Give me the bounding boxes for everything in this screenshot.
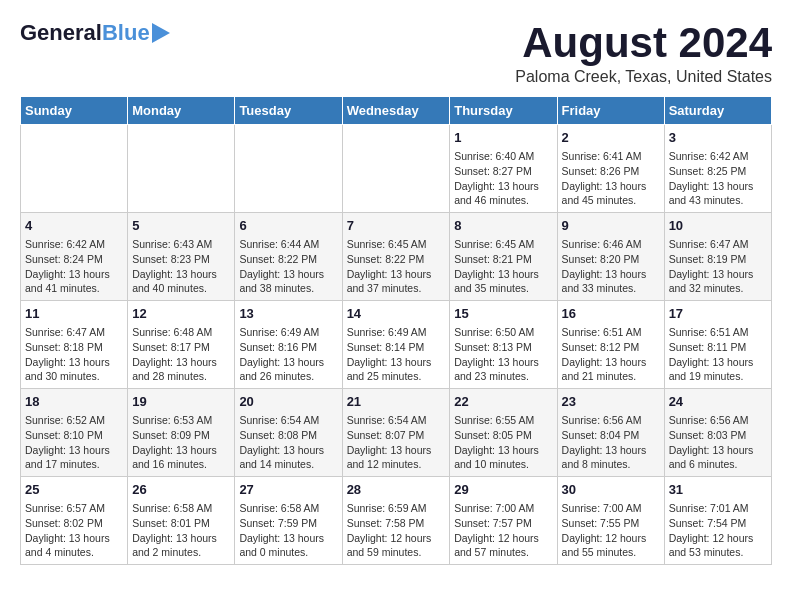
calendar-day-cell: 23Sunrise: 6:56 AM Sunset: 8:04 PM Dayli… bbox=[557, 389, 664, 477]
calendar-day-cell: 17Sunrise: 6:51 AM Sunset: 8:11 PM Dayli… bbox=[664, 301, 771, 389]
day-info: Sunrise: 6:43 AM Sunset: 8:23 PM Dayligh… bbox=[132, 237, 230, 296]
day-number: 7 bbox=[347, 217, 446, 235]
calendar-table: SundayMondayTuesdayWednesdayThursdayFrid… bbox=[20, 96, 772, 565]
day-number: 10 bbox=[669, 217, 767, 235]
day-info: Sunrise: 6:44 AM Sunset: 8:22 PM Dayligh… bbox=[239, 237, 337, 296]
calendar-day-cell: 1Sunrise: 6:40 AM Sunset: 8:27 PM Daylig… bbox=[450, 125, 557, 213]
calendar-week-row: 25Sunrise: 6:57 AM Sunset: 8:02 PM Dayli… bbox=[21, 476, 772, 564]
calendar-day-cell bbox=[342, 125, 450, 213]
day-number: 27 bbox=[239, 481, 337, 499]
weekday-header: Thursday bbox=[450, 97, 557, 125]
day-info: Sunrise: 7:01 AM Sunset: 7:54 PM Dayligh… bbox=[669, 501, 767, 560]
day-info: Sunrise: 6:58 AM Sunset: 7:59 PM Dayligh… bbox=[239, 501, 337, 560]
day-info: Sunrise: 6:58 AM Sunset: 8:01 PM Dayligh… bbox=[132, 501, 230, 560]
calendar-day-cell: 2Sunrise: 6:41 AM Sunset: 8:26 PM Daylig… bbox=[557, 125, 664, 213]
day-number: 24 bbox=[669, 393, 767, 411]
calendar-header-row: SundayMondayTuesdayWednesdayThursdayFrid… bbox=[21, 97, 772, 125]
day-info: Sunrise: 6:41 AM Sunset: 8:26 PM Dayligh… bbox=[562, 149, 660, 208]
calendar-day-cell: 8Sunrise: 6:45 AM Sunset: 8:21 PM Daylig… bbox=[450, 213, 557, 301]
weekday-header: Saturday bbox=[664, 97, 771, 125]
day-number: 5 bbox=[132, 217, 230, 235]
weekday-header: Sunday bbox=[21, 97, 128, 125]
day-number: 25 bbox=[25, 481, 123, 499]
calendar-day-cell: 20Sunrise: 6:54 AM Sunset: 8:08 PM Dayli… bbox=[235, 389, 342, 477]
calendar-day-cell: 26Sunrise: 6:58 AM Sunset: 8:01 PM Dayli… bbox=[128, 476, 235, 564]
day-info: Sunrise: 6:49 AM Sunset: 8:16 PM Dayligh… bbox=[239, 325, 337, 384]
calendar-day-cell: 11Sunrise: 6:47 AM Sunset: 8:18 PM Dayli… bbox=[21, 301, 128, 389]
day-number: 11 bbox=[25, 305, 123, 323]
day-number: 13 bbox=[239, 305, 337, 323]
title-area: August 2024 Paloma Creek, Texas, United … bbox=[515, 20, 772, 86]
day-number: 8 bbox=[454, 217, 552, 235]
calendar-day-cell: 12Sunrise: 6:48 AM Sunset: 8:17 PM Dayli… bbox=[128, 301, 235, 389]
day-number: 2 bbox=[562, 129, 660, 147]
calendar-day-cell bbox=[21, 125, 128, 213]
day-info: Sunrise: 6:47 AM Sunset: 8:18 PM Dayligh… bbox=[25, 325, 123, 384]
calendar-day-cell: 10Sunrise: 6:47 AM Sunset: 8:19 PM Dayli… bbox=[664, 213, 771, 301]
calendar-day-cell: 16Sunrise: 6:51 AM Sunset: 8:12 PM Dayli… bbox=[557, 301, 664, 389]
day-info: Sunrise: 6:55 AM Sunset: 8:05 PM Dayligh… bbox=[454, 413, 552, 472]
day-number: 17 bbox=[669, 305, 767, 323]
day-number: 16 bbox=[562, 305, 660, 323]
day-info: Sunrise: 6:54 AM Sunset: 8:08 PM Dayligh… bbox=[239, 413, 337, 472]
day-info: Sunrise: 6:53 AM Sunset: 8:09 PM Dayligh… bbox=[132, 413, 230, 472]
day-info: Sunrise: 6:56 AM Sunset: 8:04 PM Dayligh… bbox=[562, 413, 660, 472]
day-info: Sunrise: 6:52 AM Sunset: 8:10 PM Dayligh… bbox=[25, 413, 123, 472]
calendar-day-cell: 13Sunrise: 6:49 AM Sunset: 8:16 PM Dayli… bbox=[235, 301, 342, 389]
day-info: Sunrise: 6:45 AM Sunset: 8:21 PM Dayligh… bbox=[454, 237, 552, 296]
calendar-day-cell: 7Sunrise: 6:45 AM Sunset: 8:22 PM Daylig… bbox=[342, 213, 450, 301]
day-number: 20 bbox=[239, 393, 337, 411]
day-info: Sunrise: 7:00 AM Sunset: 7:57 PM Dayligh… bbox=[454, 501, 552, 560]
weekday-header: Friday bbox=[557, 97, 664, 125]
calendar-day-cell: 5Sunrise: 6:43 AM Sunset: 8:23 PM Daylig… bbox=[128, 213, 235, 301]
calendar-day-cell: 28Sunrise: 6:59 AM Sunset: 7:58 PM Dayli… bbox=[342, 476, 450, 564]
day-info: Sunrise: 6:57 AM Sunset: 8:02 PM Dayligh… bbox=[25, 501, 123, 560]
day-number: 12 bbox=[132, 305, 230, 323]
header: GeneralBlue August 2024 Paloma Creek, Te… bbox=[20, 20, 772, 86]
calendar-day-cell: 6Sunrise: 6:44 AM Sunset: 8:22 PM Daylig… bbox=[235, 213, 342, 301]
day-info: Sunrise: 6:50 AM Sunset: 8:13 PM Dayligh… bbox=[454, 325, 552, 384]
day-info: Sunrise: 7:00 AM Sunset: 7:55 PM Dayligh… bbox=[562, 501, 660, 560]
day-number: 29 bbox=[454, 481, 552, 499]
logo-arrow-icon bbox=[152, 23, 170, 43]
calendar-day-cell: 19Sunrise: 6:53 AM Sunset: 8:09 PM Dayli… bbox=[128, 389, 235, 477]
day-info: Sunrise: 6:47 AM Sunset: 8:19 PM Dayligh… bbox=[669, 237, 767, 296]
calendar-week-row: 4Sunrise: 6:42 AM Sunset: 8:24 PM Daylig… bbox=[21, 213, 772, 301]
day-info: Sunrise: 6:56 AM Sunset: 8:03 PM Dayligh… bbox=[669, 413, 767, 472]
day-number: 19 bbox=[132, 393, 230, 411]
calendar-day-cell: 14Sunrise: 6:49 AM Sunset: 8:14 PM Dayli… bbox=[342, 301, 450, 389]
day-number: 26 bbox=[132, 481, 230, 499]
weekday-header: Wednesday bbox=[342, 97, 450, 125]
calendar-day-cell bbox=[235, 125, 342, 213]
calendar-day-cell: 3Sunrise: 6:42 AM Sunset: 8:25 PM Daylig… bbox=[664, 125, 771, 213]
day-number: 23 bbox=[562, 393, 660, 411]
calendar-day-cell: 21Sunrise: 6:54 AM Sunset: 8:07 PM Dayli… bbox=[342, 389, 450, 477]
calendar-day-cell: 27Sunrise: 6:58 AM Sunset: 7:59 PM Dayli… bbox=[235, 476, 342, 564]
day-number: 30 bbox=[562, 481, 660, 499]
calendar-day-cell: 29Sunrise: 7:00 AM Sunset: 7:57 PM Dayli… bbox=[450, 476, 557, 564]
calendar-day-cell: 9Sunrise: 6:46 AM Sunset: 8:20 PM Daylig… bbox=[557, 213, 664, 301]
calendar-day-cell: 24Sunrise: 6:56 AM Sunset: 8:03 PM Dayli… bbox=[664, 389, 771, 477]
day-info: Sunrise: 6:59 AM Sunset: 7:58 PM Dayligh… bbox=[347, 501, 446, 560]
calendar-day-cell: 22Sunrise: 6:55 AM Sunset: 8:05 PM Dayli… bbox=[450, 389, 557, 477]
calendar-day-cell: 25Sunrise: 6:57 AM Sunset: 8:02 PM Dayli… bbox=[21, 476, 128, 564]
day-number: 4 bbox=[25, 217, 123, 235]
day-number: 22 bbox=[454, 393, 552, 411]
day-number: 1 bbox=[454, 129, 552, 147]
day-info: Sunrise: 6:48 AM Sunset: 8:17 PM Dayligh… bbox=[132, 325, 230, 384]
calendar-week-row: 11Sunrise: 6:47 AM Sunset: 8:18 PM Dayli… bbox=[21, 301, 772, 389]
calendar-day-cell: 15Sunrise: 6:50 AM Sunset: 8:13 PM Dayli… bbox=[450, 301, 557, 389]
day-number: 3 bbox=[669, 129, 767, 147]
day-number: 18 bbox=[25, 393, 123, 411]
day-number: 15 bbox=[454, 305, 552, 323]
calendar-day-cell: 4Sunrise: 6:42 AM Sunset: 8:24 PM Daylig… bbox=[21, 213, 128, 301]
weekday-header: Monday bbox=[128, 97, 235, 125]
day-info: Sunrise: 6:42 AM Sunset: 8:25 PM Dayligh… bbox=[669, 149, 767, 208]
subtitle: Paloma Creek, Texas, United States bbox=[515, 68, 772, 86]
calendar-day-cell: 31Sunrise: 7:01 AM Sunset: 7:54 PM Dayli… bbox=[664, 476, 771, 564]
day-info: Sunrise: 6:51 AM Sunset: 8:11 PM Dayligh… bbox=[669, 325, 767, 384]
calendar-week-row: 18Sunrise: 6:52 AM Sunset: 8:10 PM Dayli… bbox=[21, 389, 772, 477]
calendar-day-cell: 18Sunrise: 6:52 AM Sunset: 8:10 PM Dayli… bbox=[21, 389, 128, 477]
day-info: Sunrise: 6:54 AM Sunset: 8:07 PM Dayligh… bbox=[347, 413, 446, 472]
day-number: 14 bbox=[347, 305, 446, 323]
